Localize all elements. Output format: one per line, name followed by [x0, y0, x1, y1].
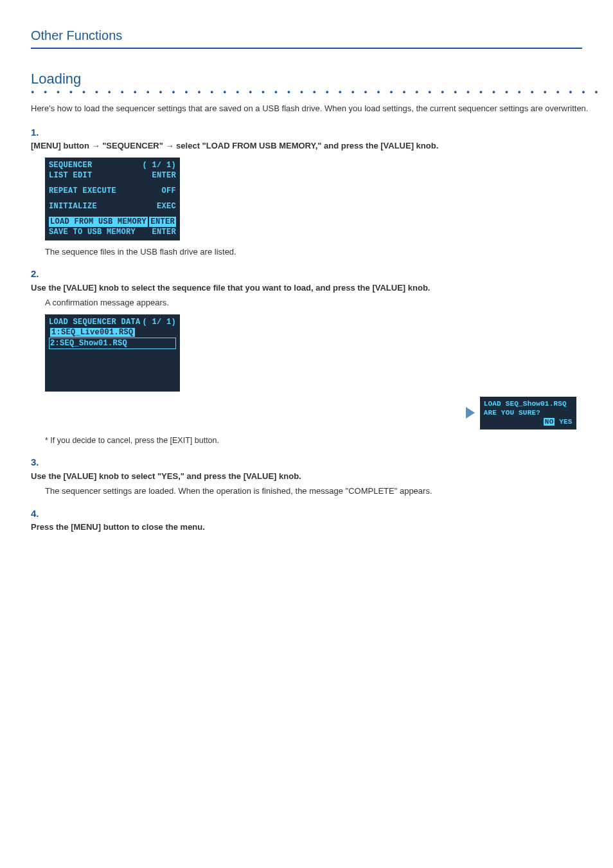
lcd-sequencer-menu: SEQUENCER( 1/ 1) LIST EDITENTER REPEAT E…	[45, 158, 180, 240]
lcd-confirm-popup: LOAD SEQ_Show01.RSQ ARE YOU SURE? NO YES	[480, 397, 576, 429]
step-number: 2.	[31, 267, 42, 282]
step-text: [MENU] button → "SEQUENCER" → select "LO…	[31, 140, 589, 152]
step-body: A confirmation message appears.	[45, 296, 602, 309]
dot-divider: ● ● ● ● ● ● ● ● ● ● ● ● ● ● ● ● ● ● ● ● …	[31, 91, 602, 93]
lcd-file-selected: 2:SEQ_Show01.RSQ	[50, 339, 127, 348]
lcd-popup-line: ARE YOU SURE?	[484, 408, 540, 417]
step-body: The sequencer settings are loaded. When …	[45, 485, 602, 498]
lcd-yes-option: YES	[559, 418, 572, 426]
loading-intro: Here's how to load the sequencer setting…	[31, 102, 602, 115]
loading-heading: Loading	[31, 68, 602, 89]
lcd-row-label: SAVE TO USB MEMORY	[49, 227, 136, 237]
step-number: 4.	[31, 507, 42, 521]
lcd-title: SEQUENCER	[49, 160, 93, 170]
lcd-page: ( 1/ 1)	[142, 160, 176, 170]
step-1: 1. [MENU] button → "SEQUENCER" → select …	[31, 125, 602, 258]
lcd-file-list: LOAD SEQUENCER DATA( 1/ 1) 1:SEQ_Live001…	[45, 314, 180, 392]
step-text-part: select "LOAD FROM USB MEMORY," and press…	[174, 141, 439, 150]
step-text: Use the [VALUE] knob to select the seque…	[31, 282, 589, 294]
step-text-part: "SEQUENCER"	[100, 141, 166, 150]
lcd-title: LOAD SEQUENCER DATA	[49, 317, 141, 327]
lcd-row-value: OFF	[161, 186, 176, 196]
section-header: Other Functions	[31, 26, 582, 49]
step-text: Use the [VALUE] knob to select "YES," an…	[31, 470, 589, 483]
lcd-row-value: EXEC	[157, 201, 176, 212]
step-text: Press the [MENU] button to close the men…	[31, 521, 589, 534]
lcd-row-value: ENTER	[152, 227, 176, 237]
lcd-row-value: ENTER	[149, 217, 176, 227]
cancel-note: * If you decide to cancel, press the [EX…	[45, 435, 602, 447]
step-2: 2. Use the [VALUE] knob to select the se…	[31, 267, 602, 446]
left-column: Loading ● ● ● ● ● ● ● ● ● ● ● ● ● ● ● ● …	[31, 68, 602, 543]
lcd-row-label: INITIALIZE	[49, 201, 97, 212]
step-number: 3.	[31, 455, 42, 470]
step-4: 4. Press the [MENU] button to close the …	[31, 507, 602, 534]
lcd-row-label: REPEAT EXECUTE	[49, 186, 116, 196]
arrow-right-icon	[466, 407, 475, 419]
step-number: 1.	[31, 125, 42, 140]
arrow-icon: →	[92, 141, 100, 150]
lcd-row-value: ENTER	[152, 170, 176, 181]
step-text-part: [MENU] button	[31, 141, 92, 150]
lcd-row-label: LIST EDIT	[49, 170, 93, 181]
lcd-file-highlighted: 1:SEQ_Live001.RSQ	[50, 328, 135, 337]
lcd-popup-line: LOAD SEQ_Show01.RSQ	[484, 399, 573, 408]
lcd-page: ( 1/ 1)	[142, 317, 176, 327]
lcd-row-selected: LOAD FROM USB MEMORY	[49, 217, 148, 227]
arrow-icon: →	[166, 141, 174, 150]
lcd-no-option: NO	[544, 418, 555, 426]
step-3: 3. Use the [VALUE] knob to select "YES,"…	[31, 455, 602, 498]
lcd-caption: The sequence files in the USB flash driv…	[45, 246, 602, 258]
